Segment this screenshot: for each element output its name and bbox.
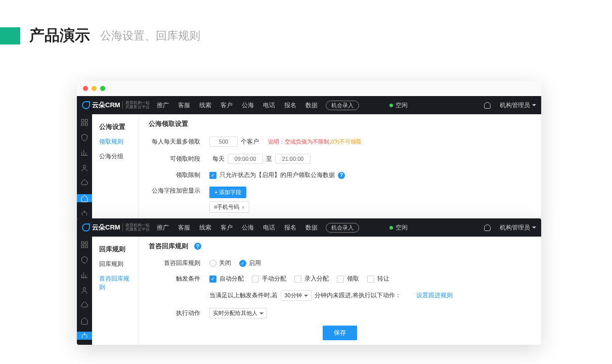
status-text: 空闲 xyxy=(396,223,408,232)
nav-item[interactable]: 客户 xyxy=(221,223,233,232)
dashboard-icon[interactable] xyxy=(80,241,89,249)
status-indicator[interactable]: 空闲 xyxy=(389,223,408,232)
icon-sidebar xyxy=(77,114,92,222)
record-opportunity-button[interactable]: 机会录入 xyxy=(326,223,359,233)
radio-on[interactable] xyxy=(239,260,246,267)
nav-items: 推广 客服 线索 客户 公海 电话 报名 数据 xyxy=(157,101,318,110)
status-dot-icon xyxy=(389,104,393,107)
bell-icon[interactable] xyxy=(484,102,491,109)
chart-icon[interactable] xyxy=(80,149,89,157)
opt-label: 转让 xyxy=(377,275,389,283)
content-area: 公海领取设置 每人每天最多领取 个客户 说明：空或负值为不限制,0为不可领取 可… xyxy=(139,114,541,222)
chart-icon[interactable] xyxy=(80,271,89,279)
maximize-dot-icon[interactable] xyxy=(100,86,105,91)
bell-icon[interactable] xyxy=(484,224,491,231)
side-menu-item-claim-rules[interactable]: 领取规则 xyxy=(92,134,138,149)
side-menu-item-first-consult-return[interactable]: 首咨回库规则 xyxy=(92,271,138,295)
svg-point-10 xyxy=(83,288,85,290)
checkbox-transfer[interactable] xyxy=(367,276,374,283)
add-field-button[interactable]: + 添加字段 xyxy=(209,187,246,198)
nav-item[interactable]: 客户 xyxy=(221,101,233,110)
user-icon[interactable] xyxy=(80,164,89,172)
chevron-down-icon xyxy=(532,226,536,229)
label-trigger: 触发条件 xyxy=(149,275,209,283)
restriction-text: 只允许状态为【启用】的用户领取公海数据 xyxy=(220,171,335,179)
cloud-icon[interactable] xyxy=(80,179,89,187)
svg-rect-1 xyxy=(85,119,88,122)
logo-text: 云朵CRM xyxy=(92,223,120,232)
shield-icon[interactable] xyxy=(80,256,89,264)
close-dot-icon[interactable] xyxy=(83,86,88,91)
help-icon[interactable]: ? xyxy=(338,172,345,179)
user-menu[interactable]: 机构管理员 xyxy=(500,223,536,232)
condition-pre: 当满足以上触发条件时,若 xyxy=(209,291,278,300)
field-tag-phone[interactable]: ≡手机号码 × xyxy=(209,201,249,213)
opt-label: 录入分配 xyxy=(304,275,329,283)
select-action[interactable]: 实时分配给其他人 xyxy=(209,308,267,318)
nav-item[interactable]: 报名 xyxy=(284,101,296,110)
user-menu[interactable]: 机构管理员 xyxy=(500,101,536,110)
opt-label: 领取 xyxy=(347,275,359,283)
checkbox-input-assign[interactable] xyxy=(294,276,301,283)
window-public-sea-settings: 云朵CRM 教育机构一站式服务云平台 推广 客服 线索 客户 公海 电话 报名 … xyxy=(77,81,541,222)
minimize-dot-icon[interactable] xyxy=(92,86,97,91)
user-icon[interactable] xyxy=(80,286,89,294)
side-menu-item-return-rules[interactable]: 回库规则 xyxy=(92,257,138,271)
side-menu-title: 公海设置 xyxy=(92,119,138,134)
dashboard-icon[interactable] xyxy=(80,118,89,126)
svg-rect-7 xyxy=(85,242,88,244)
link-follow-rules[interactable]: 设置跟进规则 xyxy=(416,291,453,300)
recycle-icon[interactable] xyxy=(77,332,92,340)
row-encrypt-fields: 公海字段加密显示 + 添加字段 ≡手机号码 × xyxy=(149,187,531,213)
nav-item[interactable]: 线索 xyxy=(199,101,211,110)
cloud-icon[interactable] xyxy=(80,301,89,309)
opt-label: 手动分配 xyxy=(262,275,286,283)
condition-post: 分钟内未跟进,将执行以下动作： xyxy=(315,291,401,300)
side-menu-item-group[interactable]: 公海分组 xyxy=(92,149,138,164)
top-nav: 云朵CRM 教育机构一站式服务云平台 推广 客服 线索 客户 公海 电话 报名 … xyxy=(77,218,541,237)
to-text: 至 xyxy=(266,155,272,163)
window-titlebar xyxy=(77,81,541,96)
nav-item[interactable]: 推广 xyxy=(157,223,169,232)
svg-point-4 xyxy=(83,165,85,168)
nav-item[interactable]: 公海 xyxy=(242,223,254,232)
checkbox-auto-assign[interactable] xyxy=(209,276,216,283)
save-button[interactable]: 保存 xyxy=(323,326,357,340)
radio-off-label: 关闭 xyxy=(219,259,231,267)
home-icon[interactable] xyxy=(80,316,89,325)
recycle-icon[interactable] xyxy=(80,209,89,217)
input-time-to[interactable] xyxy=(275,154,311,164)
nav-item[interactable]: 电话 xyxy=(263,101,275,110)
radio-off[interactable] xyxy=(209,260,216,267)
nav-item[interactable]: 客服 xyxy=(178,101,190,110)
help-icon[interactable]: ? xyxy=(194,243,201,250)
status-indicator[interactable]: 空闲 xyxy=(389,101,408,110)
remove-tag-icon[interactable]: × xyxy=(241,204,244,210)
nav-item[interactable]: 线索 xyxy=(199,223,211,232)
home-icon[interactable] xyxy=(77,194,92,202)
nav-item[interactable]: 客服 xyxy=(178,223,190,232)
checkbox-enabled-only[interactable] xyxy=(209,172,216,179)
record-opportunity-button[interactable]: 机会录入 xyxy=(326,101,359,110)
svg-rect-3 xyxy=(85,123,88,125)
chevron-down-icon xyxy=(532,104,536,106)
input-time-from[interactable] xyxy=(228,154,263,164)
slide-subtitle: 公海设置、回库规则 xyxy=(100,28,200,43)
logo[interactable]: 云朵CRM 教育机构一站式服务云平台 xyxy=(82,101,150,110)
nav-item[interactable]: 公海 xyxy=(242,101,254,110)
nav-item[interactable]: 报名 xyxy=(284,223,296,232)
shield-icon[interactable] xyxy=(80,133,89,142)
checkbox-claim[interactable] xyxy=(337,276,344,283)
nav-item[interactable]: 电话 xyxy=(263,223,275,232)
green-accent-bar xyxy=(0,27,20,44)
top-nav: 云朵CRM 教育机构一站式服务云平台 推广 客服 线索 客户 公海 电话 报名 … xyxy=(77,96,541,114)
nav-item[interactable]: 数据 xyxy=(305,101,318,110)
checkbox-manual-assign[interactable] xyxy=(252,276,259,283)
nav-item[interactable]: 推广 xyxy=(157,101,169,110)
row-condition: 当满足以上触发条件时,若 30分钟 分钟内未跟进,将执行以下动作： 设置跟进规则 xyxy=(149,290,531,301)
row-restriction: 领取限制 只允许状态为【启用】的用户领取公海数据 ? xyxy=(149,171,531,179)
nav-item[interactable]: 数据 xyxy=(305,223,318,232)
select-duration[interactable]: 30分钟 xyxy=(281,290,311,301)
logo[interactable]: 云朵CRM 教育机构一站式服务云平台 xyxy=(82,223,150,232)
input-max-claim[interactable] xyxy=(209,136,238,147)
